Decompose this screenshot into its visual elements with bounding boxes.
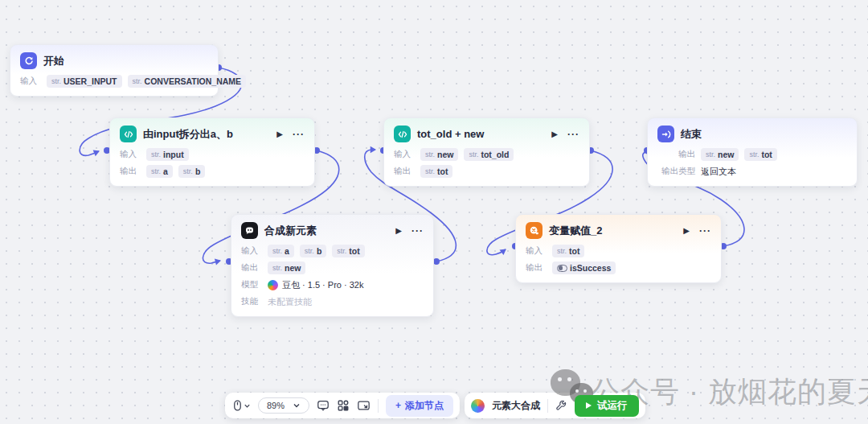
node-row: 输出 str.tot bbox=[394, 165, 579, 178]
run-node-button[interactable]: ▶ bbox=[683, 226, 690, 235]
more-options-button[interactable]: ··· bbox=[411, 225, 424, 237]
variable-tag[interactable]: str.tot bbox=[744, 148, 776, 161]
node-row: 输入 str.tot bbox=[526, 245, 711, 257]
workflow-avatar bbox=[471, 399, 485, 413]
node-title: 由input拆分出a、b bbox=[143, 127, 233, 142]
run-node-button[interactable]: ▶ bbox=[276, 130, 283, 138]
variable-tag[interactable]: str.input bbox=[146, 148, 189, 161]
node-row: 输入 str.new str.tot_old bbox=[394, 148, 579, 161]
node-llm[interactable]: 合成新元素 ▶ ··· 输入 str.a str.b str.tot 输出 st… bbox=[231, 214, 434, 317]
node-sum[interactable]: tot_old + new ▶ ··· 输入 str.new str.tot_o… bbox=[383, 117, 590, 187]
workflow-name: 元素大合成 bbox=[492, 399, 540, 413]
run-node-button[interactable]: ▶ bbox=[395, 226, 402, 235]
wrench-icon[interactable] bbox=[555, 400, 567, 412]
workflow-canvas[interactable]: 开始 输入 str.USER_INPUT str.CONVERSATION_NA… bbox=[0, 0, 868, 424]
node-row: 输入 str.a str.b str.tot bbox=[241, 245, 424, 257]
node-title: 变量赋值_2 bbox=[549, 224, 602, 238]
node-title: 结束 bbox=[681, 127, 702, 142]
row-label: 输入 bbox=[20, 76, 41, 87]
more-options-button[interactable]: ··· bbox=[699, 225, 711, 237]
bottom-toolbar: 89% + 添加节点 元素大合成 bbox=[225, 393, 645, 418]
variable-tag[interactable]: str.CONVERSATION_NAME bbox=[128, 75, 247, 88]
node-end[interactable]: 结束 输出 str.new str.tot 输出类型 返回文本 bbox=[647, 117, 858, 187]
variable-assign-icon bbox=[526, 222, 542, 239]
boolean-type-icon bbox=[557, 265, 567, 272]
variable-tag[interactable]: str.tot bbox=[552, 245, 584, 257]
output-type-value: 返回文本 bbox=[701, 166, 736, 178]
node-title: 合成新元素 bbox=[264, 224, 317, 238]
node-row: 输出 isSuccess bbox=[526, 261, 711, 274]
node-title: tot_old + new bbox=[417, 128, 484, 140]
comment-icon[interactable] bbox=[317, 399, 330, 412]
node-start[interactable]: 开始 输入 str.USER_INPUT str.CONVERSATION_NA… bbox=[10, 44, 219, 97]
code-icon bbox=[394, 126, 411, 142]
play-icon bbox=[586, 402, 592, 409]
run-node-button[interactable]: ▶ bbox=[551, 130, 558, 138]
node-split[interactable]: 由input拆分出a、b ▶ ··· 输入 str.input 输出 str.a… bbox=[109, 117, 315, 187]
variable-tag[interactable]: str.b bbox=[300, 245, 326, 257]
llm-icon bbox=[241, 222, 258, 239]
code-icon bbox=[120, 126, 137, 142]
toolbar-divider bbox=[378, 399, 379, 413]
variable-tag[interactable]: str.a bbox=[268, 245, 294, 257]
variable-tag[interactable]: str.USER_INPUT bbox=[47, 75, 122, 88]
model-value: 豆包 · 1.5 · Pro · 32k bbox=[282, 279, 363, 291]
variable-tag[interactable]: str.new bbox=[701, 148, 739, 161]
node-row: 输出 str.new str.tot bbox=[657, 148, 847, 161]
variable-tag[interactable]: str.new bbox=[268, 261, 305, 274]
start-icon bbox=[20, 52, 37, 69]
variable-tag[interactable]: str.a bbox=[146, 165, 173, 178]
variable-tag[interactable]: str.b bbox=[178, 165, 205, 178]
more-options-button[interactable]: ··· bbox=[567, 129, 579, 140]
pointer-mode-icon[interactable] bbox=[231, 399, 251, 412]
zoom-level-select[interactable]: 89% bbox=[258, 397, 309, 414]
plus-icon: + bbox=[395, 400, 401, 411]
node-row: 输出 str.new bbox=[241, 261, 424, 274]
workflow-actions-group: 元素大合成 试运行 bbox=[465, 393, 645, 418]
variable-tag[interactable]: isSuccess bbox=[552, 261, 616, 274]
port-llm-out[interactable] bbox=[433, 258, 440, 265]
variable-tag[interactable]: str.tot_old bbox=[464, 148, 514, 161]
test-run-button[interactable]: 试运行 bbox=[575, 395, 639, 417]
skill-value: 未配置技能 bbox=[268, 296, 312, 308]
variable-tag[interactable]: str.tot bbox=[332, 245, 364, 257]
node-row: 输入 str.input bbox=[120, 148, 305, 161]
node-row: 输出类型 返回文本 bbox=[657, 165, 847, 178]
more-options-button[interactable]: ··· bbox=[293, 129, 305, 140]
model-chip[interactable]: 豆包 · 1.5 · Pro · 32k bbox=[268, 279, 363, 291]
node-title: 开始 bbox=[43, 54, 64, 68]
node-row: 模型 豆包 · 1.5 · Pro · 32k bbox=[241, 278, 424, 291]
node-row: 输出 str.a str.b bbox=[120, 165, 305, 178]
zoom-level-value: 89% bbox=[267, 401, 285, 410]
end-icon bbox=[657, 126, 674, 142]
doubao-model-icon bbox=[268, 280, 278, 290]
variable-tag[interactable]: str.new bbox=[420, 148, 458, 161]
canvas-tools-group: 89% + 添加节点 bbox=[225, 393, 460, 418]
add-node-button[interactable]: + 添加节点 bbox=[386, 395, 453, 417]
minimap-icon[interactable] bbox=[357, 399, 371, 412]
node-row: 输入 str.USER_INPUT str.CONVERSATION_NAME bbox=[20, 75, 208, 88]
layout-grid-icon[interactable] bbox=[337, 399, 350, 412]
toolbar-divider bbox=[547, 399, 548, 413]
node-assign[interactable]: 变量赋值_2 ▶ ··· 输入 str.tot 输出 isSuccess bbox=[515, 214, 722, 283]
variable-tag[interactable]: str.tot bbox=[420, 165, 452, 178]
node-row: 技能 未配置技能 bbox=[241, 295, 424, 308]
